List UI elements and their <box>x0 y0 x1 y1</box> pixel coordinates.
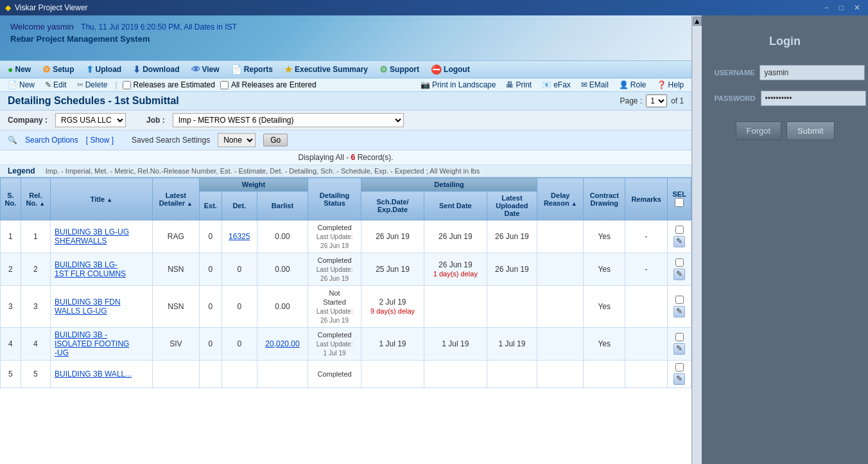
nav-new[interactable]: ● New <box>3 62 36 76</box>
edit-row-icon[interactable]: ✎ <box>673 236 685 247</box>
search-options-link[interactable]: Search Options <box>25 136 78 145</box>
role-icon: 👤 <box>619 80 629 89</box>
cell-sel: ✎ <box>668 286 691 328</box>
cell-sch-date: 25 Jun 19 <box>361 253 424 286</box>
title-link[interactable]: BUILDING 3B FDNWALLS LG-UG <box>55 298 121 316</box>
cell-barlist: 0.00 <box>257 286 308 328</box>
col-det: Det. <box>221 192 257 220</box>
table-row: 3 3 BUILDING 3B FDNWALLS LG-UG NSN 0 0 0… <box>1 286 691 328</box>
all-releases-check[interactable]: All Releases are Entered <box>220 80 317 89</box>
restore-button[interactable]: □ <box>837 3 846 12</box>
submit-button[interactable]: Submit <box>786 121 834 140</box>
cell-sent-date <box>424 361 487 388</box>
show-link[interactable]: [ Show ] <box>86 136 114 145</box>
job-select[interactable]: Imp - METRO WEST 6 (Detailing) <box>173 113 404 127</box>
col-sent-date: Sent Date <box>424 192 487 220</box>
edit-button[interactable]: ✎ Edit <box>42 80 69 90</box>
cell-title: BUILDING 3B WALL... <box>50 361 152 388</box>
legend-text: Imp. - Imperial, Met. - Metric, Rel.No.-… <box>46 167 480 175</box>
nav-support[interactable]: ⚙ Support <box>374 62 424 76</box>
cell-est: 0 <box>199 253 221 286</box>
nav-download[interactable]: ⬇ Download <box>128 62 184 76</box>
print-icon: 🖶 <box>506 80 514 89</box>
edit-row-icon[interactable]: ✎ <box>673 269 685 280</box>
login-panel: Login USERNAME PASSWORD Forgot Submit <box>702 15 868 464</box>
page-select[interactable]: 1 <box>646 94 667 107</box>
saved-dropdown[interactable]: None <box>218 133 256 147</box>
view-nav-icon: 👁 <box>191 64 200 75</box>
cell-delay-reason <box>537 220 584 253</box>
row-checkbox[interactable] <box>675 258 684 267</box>
cell-rel-no: 4 <box>21 328 50 361</box>
close-button[interactable]: ✕ <box>851 3 863 12</box>
nav-executive-summary[interactable]: ★ Executive Summary <box>279 62 373 76</box>
row-checkbox[interactable] <box>675 296 684 304</box>
main-panel: Welcome yasmin Thu, 11 Jul 2019 6:20:50 … <box>0 15 691 464</box>
title-link[interactable]: BUILDING 3B LG-UGSHEARWALLS <box>55 228 129 245</box>
company-dropdown[interactable]: RGS USA LLC <box>55 113 126 127</box>
cell-sch-date <box>361 361 424 388</box>
title-link[interactable]: BUILDING 3B WALL... <box>55 370 132 379</box>
cell-det <box>221 361 257 388</box>
print-button[interactable]: 🖶 Print <box>503 80 534 90</box>
help-button[interactable]: ❓ Help <box>654 80 687 90</box>
title-link[interactable]: BUILDING 3B -ISOLATED FOOTING-UG <box>55 330 129 357</box>
print-landscape-button[interactable]: 📷 Print in Landscape <box>418 80 498 90</box>
cell-contract-drawing: Yes <box>584 220 625 253</box>
username-input[interactable] <box>759 65 865 80</box>
logout-nav-icon: ⛔ <box>431 64 442 75</box>
nav-logout[interactable]: ⛔ Logout <box>426 62 475 76</box>
toolbar: 📄 New ✎ Edit ✂ Delete | Releases are Est… <box>0 78 691 92</box>
col-latest-detailer: LatestDetailer ▲ <box>152 178 199 220</box>
nav-upload[interactable]: ⬆ Upload <box>81 62 127 76</box>
page-nav: Page : 1 of 1 <box>620 94 684 107</box>
cell-sel: ✎ <box>668 361 691 388</box>
cell-sent-date: 26 Jun 191 day(s) delay <box>424 253 487 286</box>
nav-setup[interactable]: ⚙ Setup <box>37 62 79 76</box>
row-checkbox[interactable] <box>675 333 684 341</box>
nav-view[interactable]: 👁 View <box>186 62 225 76</box>
download-nav-icon: ⬇ <box>133 64 141 75</box>
cell-det: 0 <box>221 286 257 328</box>
cell-status: Completed Last Update:1 Jul 19 <box>308 328 361 361</box>
company-select[interactable]: RGS USA LLC <box>55 113 126 127</box>
sel-all-checkbox[interactable] <box>675 198 684 207</box>
new-button[interactable]: 📄 New <box>5 80 37 90</box>
col-latest-uploaded: LatestUploadedDate <box>487 192 537 220</box>
row-checkbox[interactable] <box>675 363 684 371</box>
nav-reports[interactable]: 📄 Reports <box>226 62 278 76</box>
login-title: Login <box>769 35 801 48</box>
col-sel: SEL <box>668 178 691 220</box>
edit-row-icon[interactable]: ✎ <box>673 306 685 317</box>
password-input[interactable] <box>761 91 866 106</box>
cell-rel-no: 2 <box>21 253 50 286</box>
minimize-button[interactable]: − <box>822 3 831 12</box>
cell-delay-reason <box>537 286 584 328</box>
cell-sel: ✎ <box>668 253 691 286</box>
edit-icon: ✎ <box>45 80 51 89</box>
col-delay-reason: DelayReason ▲ <box>537 178 584 220</box>
row-checkbox[interactable] <box>675 226 684 234</box>
cell-latest-uploaded: 26 Jun 19 <box>487 220 537 253</box>
cell-contract-drawing: Yes <box>584 286 625 328</box>
search-bar: Company : RGS USA LLC Job : Imp - METRO … <box>0 111 691 130</box>
edit-row-icon[interactable]: ✎ <box>673 373 685 385</box>
det-link[interactable]: 16325 <box>229 232 250 241</box>
role-button[interactable]: 👤 Role <box>616 80 649 90</box>
email-button[interactable]: ✉ EMail <box>578 80 611 90</box>
title-link[interactable]: BUILDING 3B LG-1ST FLR COLUMNS <box>55 260 126 278</box>
toolbar-separator: | <box>115 80 117 89</box>
saved-select[interactable]: None <box>218 133 256 147</box>
cell-sno: 5 <box>1 361 21 388</box>
cell-sch-date: 2 Jul 199 day(s) delay <box>361 286 424 328</box>
forgot-button[interactable]: Forgot <box>736 121 782 140</box>
barlist-link[interactable]: 20,020.00 <box>265 339 299 348</box>
go-button[interactable]: Go <box>263 134 288 147</box>
scroll-up[interactable]: ▲ <box>693 17 702 26</box>
edit-row-icon[interactable]: ✎ <box>673 343 685 355</box>
job-dropdown[interactable]: Imp - METRO WEST 6 (Detailing) <box>173 113 404 127</box>
releases-estimated-check[interactable]: Releases are Estimated <box>123 80 215 89</box>
scrollbar[interactable]: ▲ ▼ <box>691 15 702 464</box>
delete-button[interactable]: ✂ Delete <box>74 80 110 90</box>
efax-button[interactable]: 📧 eFax <box>539 80 573 90</box>
